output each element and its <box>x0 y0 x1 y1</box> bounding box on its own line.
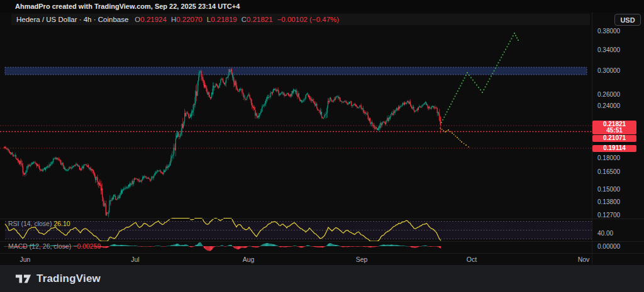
price-level-lines[interactable] <box>0 126 592 148</box>
macd-pane-label[interactable]: MACD (12, 26, close) −0.00259 <box>8 242 101 250</box>
footer-brand-bar: TradingView <box>0 265 644 292</box>
price-scale-label: 0.12700 <box>597 212 620 219</box>
price-badge: 0.19114 <box>592 145 636 152</box>
tradingview-snapshot: AhmadPro created with TradingView.com, S… <box>0 0 644 292</box>
price-scale-label: 0.15000 <box>597 186 620 193</box>
ohlc-close: C0.21821 <box>242 16 273 23</box>
time-scale-label: Jun <box>20 256 31 263</box>
price-badge: 0.21071 <box>592 135 636 142</box>
price-scale-label: 0.34000 <box>597 46 620 53</box>
symbol-title[interactable]: Hedera / US Dollar · 4h · Coinbase <box>16 16 128 23</box>
tradingview-logo-icon[interactable] <box>15 272 31 286</box>
price-change: −0.00102 (−0.47%) <box>277 16 339 23</box>
time-scale-label: Nov <box>578 256 590 263</box>
rsi-value: 26.10 <box>53 220 70 227</box>
price-chart-canvas[interactable] <box>0 0 644 265</box>
resistance-zone[interactable] <box>5 67 587 75</box>
candlesticks[interactable] <box>4 68 441 217</box>
time-scale-label: Oct <box>467 256 477 263</box>
time-scale-label: Jul <box>131 256 139 263</box>
price-scale-label: 0.24000 <box>597 102 620 109</box>
price-scale-label: 0.18000 <box>597 154 620 161</box>
brand-wordmark[interactable]: TradingView <box>36 273 101 285</box>
macd-value: −0.00259 <box>73 242 101 250</box>
time-scale-label: Aug <box>243 256 255 263</box>
price-scale-label: 40.00 <box>597 230 613 237</box>
rsi-pane[interactable] <box>5 219 592 242</box>
price-scale-label: 0.16500 <box>597 168 620 175</box>
chart-legend: Hedera / US Dollar · 4h · Coinbase O0.21… <box>11 14 590 25</box>
rsi-pane-label[interactable]: RSI (14, close) 26.10 <box>8 220 70 227</box>
ohlc-low: L0.21819 <box>207 16 237 23</box>
price-scale-label: 0.00000 <box>597 243 620 250</box>
time-scale-label: Sep <box>356 256 368 263</box>
price-scale-label: 0.26000 <box>597 91 620 98</box>
ohlc-open: O0.21924 <box>135 16 167 23</box>
ohlc-high: H0.22070 <box>171 16 203 23</box>
price-scale-label: 0.13800 <box>597 198 620 205</box>
price-badge: 0.2182145:51 <box>592 121 636 134</box>
price-scale-label: 0.38000 <box>597 28 620 35</box>
projection-drawings[interactable] <box>440 33 519 148</box>
currency-toggle-button[interactable]: USD <box>614 14 641 26</box>
price-scale-label: 0.30000 <box>597 67 620 74</box>
